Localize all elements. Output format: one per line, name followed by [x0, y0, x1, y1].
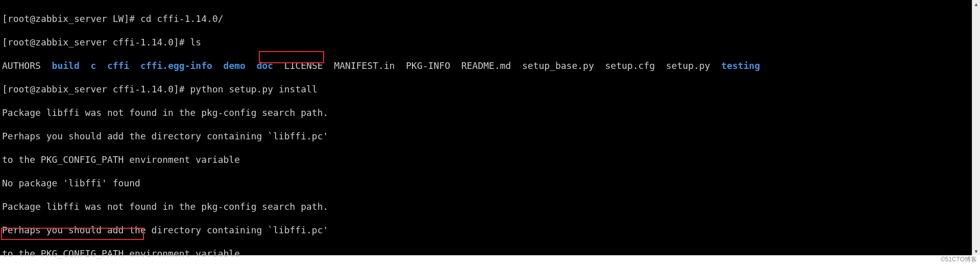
prompt-host: zabbix_server — [35, 84, 107, 94]
prompt-line-2: [root@zabbix_server cffi-1.14.0]# ls — [2, 36, 970, 48]
prompt-line-1: [root@zabbix_server LW]# cd cffi-1.14.0/ — [2, 13, 970, 25]
prompt-at: @ — [30, 37, 35, 47]
ls-file-authors: AUTHORS — [2, 60, 41, 71]
prompt-bracket-close: ] — [174, 37, 179, 47]
output-line: Package libffi was not found in the pkg-… — [2, 201, 970, 212]
scrollbar-vertical[interactable]: ▲ ▼ — [972, 0, 980, 255]
prompt-cwd: cffi-1.14.0 — [113, 37, 174, 47]
output-line: Package libffi was not found in the pkg-… — [2, 107, 970, 118]
watermark-text: ©51CTO博客 — [941, 255, 977, 264]
prompt-host: zabbix_server — [35, 13, 107, 24]
ls-file-pkginfo: PKG-INFO — [406, 60, 450, 71]
scroll-down-button[interactable]: ▼ — [973, 247, 980, 255]
prompt-line-3: [root@zabbix_server cffi-1.14.0]# python… — [2, 83, 970, 95]
ls-dir-build: build — [52, 60, 80, 71]
command-cd: cd cffi-1.14.0/ — [140, 13, 224, 24]
prompt-user: root — [8, 84, 30, 94]
ls-file-readme: README.md — [461, 60, 511, 71]
ls-dir-c: c — [90, 60, 96, 71]
terminal-window[interactable]: [root@zabbix_server LW]# cd cffi-1.14.0/… — [0, 0, 972, 255]
prompt-bracket: [ — [2, 84, 8, 94]
prompt-bracket-close: ] — [124, 13, 129, 24]
prompt-bracket: [ — [2, 13, 8, 24]
ls-dir-egginfo: cffi.egg-info — [140, 60, 212, 71]
scroll-up-button[interactable]: ▲ — [973, 0, 980, 8]
ls-file-setup-py: setup.py — [666, 60, 710, 71]
prompt-bracket-close: ] — [174, 84, 179, 94]
prompt-hash: # — [179, 84, 185, 94]
output-line: to the PKG_CONFIG_PATH environment varia… — [2, 154, 970, 165]
prompt-cwd: LW — [113, 13, 124, 24]
ls-file-setup-cfg: setup.cfg — [605, 60, 655, 71]
output-line: Perhaps you should add the directory con… — [2, 224, 970, 236]
prompt-user: root — [8, 37, 30, 47]
prompt-host: zabbix_server — [35, 37, 107, 47]
prompt-hash: # — [179, 37, 185, 47]
output-line: to the PKG_CONFIG_PATH environment varia… — [2, 248, 970, 259]
prompt-hash: # — [129, 13, 135, 24]
command-ls: ls — [190, 37, 202, 47]
ls-file-license: LICENSE — [284, 60, 323, 71]
prompt-at: @ — [30, 84, 35, 94]
ls-output-row: AUTHORS build c cffi cffi.egg-info demo … — [2, 60, 970, 71]
prompt-cwd: cffi-1.14.0 — [113, 84, 174, 94]
ls-file-setup-base: setup_base.py — [522, 60, 594, 71]
ls-dir-cffi: cffi — [107, 60, 129, 71]
ls-dir-testing: testing — [721, 60, 760, 71]
prompt-at: @ — [30, 13, 35, 24]
output-line: Perhaps you should add the directory con… — [2, 130, 970, 142]
command-install: python setup.py install — [190, 84, 317, 94]
ls-file-manifest: MANIFEST.in — [334, 60, 395, 71]
prompt-user: root — [8, 13, 30, 24]
scroll-track[interactable] — [972, 8, 980, 247]
ls-dir-demo: demo — [224, 60, 246, 71]
prompt-bracket: [ — [2, 37, 8, 47]
output-line: No package 'libffi' found — [2, 177, 970, 189]
ls-dir-doc: doc — [257, 60, 274, 71]
